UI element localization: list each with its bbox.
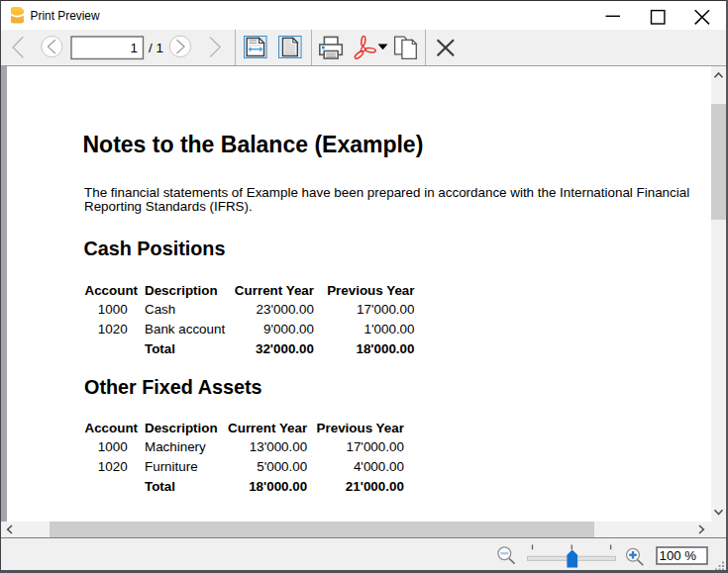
- svg-text:1: 1: [131, 41, 138, 55]
- svg-text:/ 1: / 1: [149, 41, 163, 55]
- svg-text:100 %: 100 %: [660, 548, 697, 563]
